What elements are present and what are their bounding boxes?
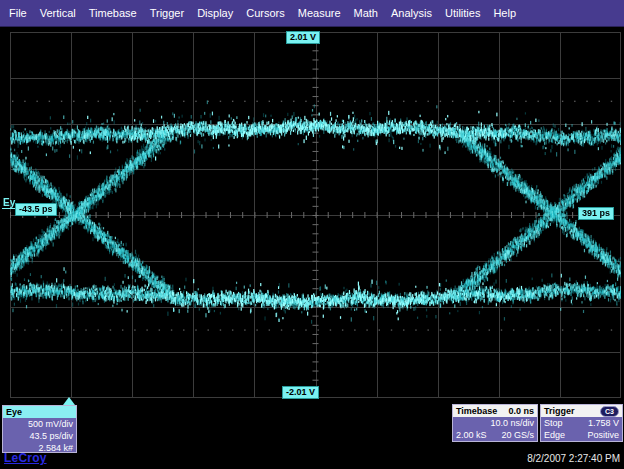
timebase-scale-value: 10.0 ns/div	[490, 417, 534, 429]
right-time-label: 391 ps	[578, 207, 614, 220]
menu-timebase[interactable]: Timebase	[89, 7, 137, 19]
trigger-source-badge: C3	[600, 406, 619, 417]
menu-bar: File Vertical Timebase Trigger Display C…	[0, 0, 624, 27]
menu-measure[interactable]: Measure	[298, 7, 341, 19]
timebase-rate-value: 20 GS/s	[501, 429, 534, 441]
top-voltage-label: 2.01 V	[286, 31, 320, 44]
eye-hdiv-value: 43.5 ps/div	[29, 430, 73, 442]
timebase-descriptor-box[interactable]: Timebase 0.0 ns 10.0 ns/div 2.00 kS 20 G…	[452, 404, 538, 442]
trigger-slope-value: Positive	[587, 429, 619, 441]
bottom-voltage-label: -2.01 V	[282, 386, 319, 399]
menu-trigger[interactable]: Trigger	[150, 7, 184, 19]
menu-analysis[interactable]: Analysis	[391, 7, 432, 19]
eye-vdiv-value: 500 mV/div	[28, 418, 73, 430]
timebase-offset-value: 0.0 ns	[508, 406, 534, 416]
left-time-label: -43.5 ps	[15, 203, 57, 216]
eye-diagram-canvas	[10, 32, 621, 398]
waveform-grid	[10, 32, 621, 398]
trigger-type-value: Edge	[544, 429, 565, 441]
trigger-mode-value: Stop	[544, 417, 563, 429]
lecroy-logo: LeCroy	[4, 451, 47, 465]
menu-vertical[interactable]: Vertical	[40, 7, 76, 19]
menu-display[interactable]: Display	[197, 7, 233, 19]
eye-descriptor-box[interactable]: Eye 500 mV/div 43.5 ps/div 2.584 k#	[2, 405, 77, 453]
menu-file[interactable]: File	[9, 7, 27, 19]
trigger-level-value: 1.758 V	[588, 417, 619, 429]
oscilloscope-screen: File Vertical Timebase Trigger Display C…	[0, 0, 624, 469]
timebase-title: Timebase	[456, 406, 497, 416]
timebase-samples-value: 2.00 kS	[456, 429, 487, 441]
trigger-title: Trigger	[544, 406, 575, 416]
eye-descriptor-title: Eye	[6, 407, 22, 417]
trace-position-marker-icon[interactable]	[63, 397, 75, 405]
menu-math[interactable]: Math	[354, 7, 378, 19]
menu-help[interactable]: Help	[493, 7, 516, 19]
trigger-descriptor-box[interactable]: Trigger C3 Stop 1.758 V Edge Positive	[540, 404, 623, 442]
menu-utilities[interactable]: Utilities	[445, 7, 480, 19]
menu-cursors[interactable]: Cursors	[246, 7, 285, 19]
datetime-stamp: 8/2/2007 2:27:40 PM	[420, 453, 620, 464]
